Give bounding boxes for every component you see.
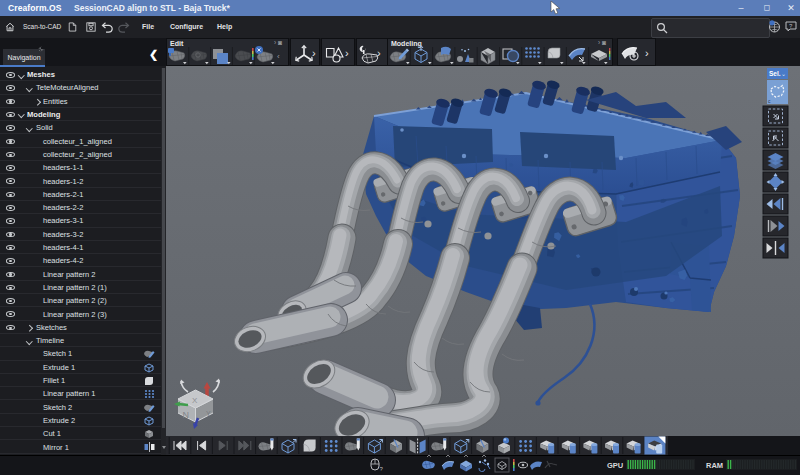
svg-text:›: › — [345, 47, 349, 59]
svg-text:?: ? — [789, 23, 793, 29]
svg-text:N: N — [183, 410, 190, 420]
svg-text:Modeling: Modeling — [391, 40, 422, 48]
svg-text:‹: ‹ — [603, 52, 606, 61]
svg-text:›: › — [312, 47, 316, 59]
svg-text:Y: Y — [206, 410, 211, 417]
svg-text:GPU: GPU — [607, 461, 623, 470]
svg-text:X: X — [192, 396, 198, 405]
svg-text:⌄: ⌄ — [781, 71, 786, 77]
svg-text:‹: ‹ — [277, 52, 280, 61]
svg-text:Sel.: Sel. — [769, 70, 781, 77]
svg-text:› ◙: › ◙ — [274, 39, 282, 46]
svg-text:Edit: Edit — [170, 40, 184, 47]
svg-text:›: › — [645, 47, 649, 59]
svg-text:›: › — [377, 47, 381, 59]
svg-text:RAM: RAM — [706, 461, 723, 470]
svg-text:› ◙: › ◙ — [598, 39, 606, 46]
